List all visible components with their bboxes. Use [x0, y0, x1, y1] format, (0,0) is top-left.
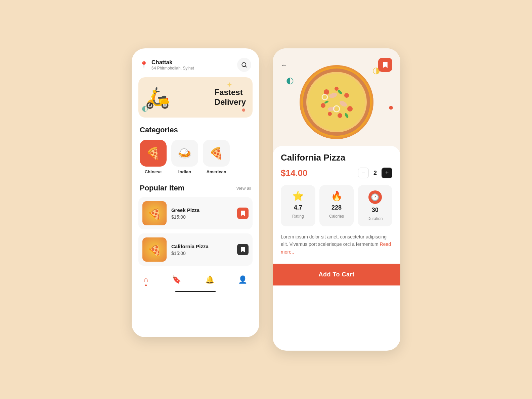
- categories-title: Categories: [132, 126, 259, 134]
- phones-container: 📍 Chattak 64 Phirmohollah, Sylhet 🛵 Fast…: [132, 48, 400, 351]
- popular-header: Popular Item View all: [132, 184, 259, 192]
- search-button[interactable]: [237, 58, 251, 72]
- price-row: $14.00 − 2 +: [281, 168, 392, 178]
- food-info-greek-pizza: Greek Pizza $15:00: [171, 207, 232, 220]
- decrease-quantity-button[interactable]: −: [358, 168, 369, 178]
- categories-list: 🍕 Chinese 🍛 Indian 🍕 American: [132, 140, 259, 174]
- add-to-cart-button[interactable]: Add To Cart: [273, 264, 400, 285]
- delivery-banner: 🛵 Fastest Delivery ✦ ● ◐: [138, 77, 253, 118]
- food-item-california-pizza: 🍕 California Pizza $15:00: [138, 233, 253, 266]
- duration-value: 30: [372, 207, 379, 214]
- food-name-greek-pizza: Greek Pizza: [171, 207, 232, 213]
- rating-value: 4.7: [294, 204, 302, 211]
- category-icon-chinese: 🍕: [140, 140, 167, 167]
- svg-point-8: [344, 93, 349, 98]
- food-image-greek-pizza: 🍕: [142, 201, 167, 225]
- stat-rating: ⭐ 4.7 Rating: [281, 185, 315, 226]
- bell-icon: 🔔: [205, 275, 214, 284]
- star-icon: ⭐: [292, 190, 304, 202]
- back-button[interactable]: ←: [281, 61, 287, 69]
- address-text: 64 Phirmohollah, Sylhet: [151, 66, 194, 71]
- category-icon-american: 🍕: [203, 140, 230, 167]
- increase-quantity-button[interactable]: +: [382, 168, 392, 178]
- svg-point-9: [335, 87, 339, 91]
- banner-text: Fastest Delivery: [215, 88, 246, 107]
- svg-point-13: [328, 112, 332, 116]
- bookmark-california-pizza[interactable]: [237, 244, 249, 255]
- header: 📍 Chattak 64 Phirmohollah, Sylhet: [132, 48, 259, 77]
- calories-value: 228: [331, 204, 342, 211]
- save-button[interactable]: [378, 58, 392, 72]
- svg-point-6: [308, 74, 365, 131]
- right-phone: ← ◐ ◑ ●: [273, 48, 400, 351]
- svg-line-1: [245, 66, 246, 67]
- category-american[interactable]: 🍕 American: [203, 140, 230, 174]
- decoration-red: ●: [388, 102, 394, 113]
- clock-icon: 🕐: [368, 190, 382, 204]
- view-all-link[interactable]: View all: [236, 186, 251, 191]
- quantity-value: 2: [373, 170, 377, 177]
- left-phone: 📍 Chattak 64 Phirmohollah, Sylhet 🛵 Fast…: [132, 48, 259, 337]
- category-indian[interactable]: 🍛 Indian: [171, 140, 198, 174]
- svg-point-10: [321, 103, 325, 108]
- city-name: Chattak: [151, 59, 194, 66]
- profile-icon: 👤: [238, 275, 247, 284]
- bookmark-icon: 🔖: [172, 275, 181, 284]
- flame-icon: 🔥: [331, 190, 343, 202]
- food-price-california-pizza: $15:00: [171, 251, 232, 256]
- bottom-nav: ⌂ 🔖 🔔 👤: [132, 270, 259, 287]
- right-header: ←: [273, 48, 400, 77]
- product-description: Lorem ipsum dolor sit amet, consectetur …: [273, 233, 400, 256]
- food-info-california-pizza: California Pizza $15:00: [171, 243, 232, 256]
- calories-label: Calories: [329, 214, 344, 219]
- stat-duration: 🕐 30 Duration: [358, 185, 392, 226]
- location-icon: 📍: [140, 61, 148, 69]
- product-info: California Pizza $14.00 − 2 +: [273, 146, 400, 178]
- nav-bookmark[interactable]: 🔖: [172, 275, 181, 284]
- rating-label: Rating: [292, 214, 304, 219]
- banner-illustration: 🛵: [145, 86, 170, 109]
- popular-title: Popular Item: [140, 184, 184, 192]
- category-chinese[interactable]: 🍕 Chinese: [140, 140, 167, 174]
- home-icon: ⌂: [144, 275, 148, 284]
- product-name: California Pizza: [281, 152, 392, 163]
- stat-calories: 🔥 228 Calories: [319, 185, 354, 226]
- bookmark-greek-pizza[interactable]: [237, 208, 249, 219]
- food-item-greek-pizza: 🍕 Greek Pizza $15:00: [138, 197, 253, 229]
- svg-point-11: [347, 106, 353, 112]
- quantity-control: − 2 +: [358, 168, 392, 178]
- food-name-california-pizza: California Pizza: [171, 243, 232, 249]
- duration-label: Duration: [367, 216, 383, 221]
- food-price-greek-pizza: $15:00: [171, 214, 232, 220]
- svg-point-12: [338, 113, 342, 118]
- stats-row: ⭐ 4.7 Rating 🔥 228 Calories 🕐 30 Duratio…: [273, 185, 400, 226]
- category-label-chinese: Chinese: [145, 169, 162, 174]
- nav-notifications[interactable]: 🔔: [205, 275, 214, 284]
- food-image-california-pizza: 🍕: [142, 237, 167, 262]
- nav-profile[interactable]: 👤: [238, 275, 247, 284]
- nav-home[interactable]: ⌂: [144, 275, 148, 284]
- category-icon-indian: 🍛: [171, 140, 198, 167]
- product-price: $14.00: [281, 168, 308, 178]
- location-info: 📍 Chattak 64 Phirmohollah, Sylhet: [140, 59, 194, 71]
- header-text: Chattak 64 Phirmohollah, Sylhet: [151, 59, 194, 71]
- category-label-indian: Indian: [178, 169, 191, 174]
- category-label-american: American: [206, 169, 226, 174]
